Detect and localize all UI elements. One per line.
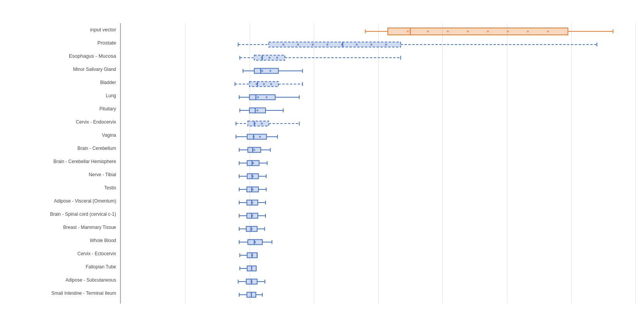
svg-point-119 — [251, 202, 253, 204]
svg-point-13 — [547, 31, 549, 33]
boxplot-row-12 — [121, 183, 635, 196]
y-label-8: Vagina — [0, 129, 120, 142]
svg-rect-18 — [269, 42, 401, 47]
boxplot-row-11 — [121, 170, 635, 182]
y-label-3: Minor Salivary Gland — [0, 63, 120, 76]
y-label-13: Adipose - Visceral (Omentum) — [0, 194, 120, 208]
y-label-17: Cervix - Ectocervix — [0, 247, 120, 260]
svg-point-91 — [253, 149, 255, 151]
svg-point-60 — [257, 96, 259, 98]
svg-point-51 — [256, 83, 258, 85]
svg-rect-58 — [250, 95, 276, 100]
svg-point-22 — [312, 44, 313, 46]
svg-point-8 — [447, 31, 449, 33]
svg-rect-41 — [254, 69, 278, 74]
svg-point-20 — [283, 44, 284, 46]
svg-point-84 — [259, 136, 261, 138]
y-label-4: Bladder — [0, 76, 120, 89]
svg-point-43 — [261, 70, 263, 72]
boxplot-row-7 — [121, 117, 635, 130]
svg-rect-81 — [247, 134, 267, 139]
boxplot-row-2 — [121, 52, 635, 64]
svg-point-24 — [341, 44, 343, 46]
y-label-5: Lung — [0, 89, 120, 102]
svg-point-52 — [263, 83, 265, 85]
y-axis-labels: input vectorProstateEsophagus - MucosaMi… — [0, 23, 120, 311]
boxplot-row-13 — [121, 196, 635, 209]
chart-body: input vectorProstateEsophagus - MucosaMi… — [0, 23, 636, 311]
boxplot-row-10 — [121, 157, 635, 169]
y-label-19: Adipose - Subcutaneous — [0, 273, 120, 287]
svg-point-21 — [297, 44, 299, 46]
svg-point-11 — [507, 31, 509, 33]
boxplot-row-19 — [121, 275, 635, 288]
boxplot-row-18 — [121, 262, 635, 275]
boxplot-row-1 — [121, 38, 635, 51]
y-label-0: input vector — [0, 23, 120, 36]
boxplot-row-15 — [121, 223, 635, 235]
svg-point-105 — [252, 175, 254, 177]
svg-point-160 — [251, 281, 253, 283]
svg-point-10 — [487, 31, 489, 33]
y-label-9: Brain - Cerebellum — [0, 142, 120, 155]
boxplot-row-14 — [121, 210, 635, 222]
y-label-14: Brain - Spinal cord (cervical c-1) — [0, 208, 120, 221]
y-label-16: Whole Blood — [0, 234, 120, 247]
boxplot-row-20 — [121, 289, 635, 301]
y-label-6: Pituitary — [0, 102, 120, 115]
svg-point-133 — [251, 228, 253, 230]
y-label-10: Brain - Cerebellar Hemisphere — [0, 155, 120, 168]
svg-point-27 — [385, 44, 387, 46]
svg-point-147 — [251, 254, 253, 256]
y-label-1: Prostate — [0, 36, 120, 50]
y-label-20: Small Intestine - Terminal Ileum — [0, 287, 120, 300]
boxplot-row-8 — [121, 131, 635, 143]
svg-point-7 — [427, 31, 429, 33]
svg-point-23 — [326, 44, 328, 46]
svg-point-6 — [407, 31, 409, 33]
svg-point-140 — [254, 241, 256, 243]
y-label-12: Testis — [0, 181, 120, 194]
y-label-7: Cervix - Endocervix — [0, 115, 120, 129]
svg-rect-73 — [248, 121, 269, 126]
boxplot-row-16 — [121, 236, 635, 248]
svg-point-53 — [270, 83, 272, 85]
svg-point-98 — [252, 162, 254, 164]
chart-container: input vectorProstateEsophagus - MucosaMi… — [0, 0, 644, 330]
boxplot-row-3 — [121, 65, 635, 77]
svg-point-9 — [467, 31, 469, 33]
svg-point-112 — [252, 189, 253, 191]
svg-point-83 — [253, 136, 255, 138]
svg-point-44 — [269, 70, 271, 72]
boxplot-row-6 — [121, 104, 635, 117]
svg-point-61 — [265, 96, 267, 98]
svg-point-26 — [370, 44, 372, 46]
y-label-15: Breast - Mammary Tissue — [0, 221, 120, 234]
y-label-18: Fallopian Tube — [0, 260, 120, 273]
boxplot-row-4 — [121, 78, 635, 90]
svg-rect-4 — [388, 28, 568, 35]
chart-title — [0, 8, 636, 12]
boxplot-row-5 — [121, 91, 635, 103]
svg-point-36 — [276, 57, 278, 59]
y-label-2: Esophagus - Mucosa — [0, 50, 120, 63]
svg-point-34 — [261, 57, 263, 59]
boxplot-row-9 — [121, 144, 635, 156]
svg-point-126 — [251, 215, 253, 217]
boxplot-row-0 — [121, 25, 635, 38]
svg-point-35 — [269, 57, 271, 59]
svg-point-75 — [254, 123, 256, 125]
y-label-11: Nerve - Tibial — [0, 168, 120, 181]
svg-point-68 — [257, 110, 259, 112]
grid-line — [635, 23, 636, 304]
svg-point-25 — [356, 44, 358, 46]
svg-point-76 — [261, 123, 263, 125]
plot-area — [120, 23, 636, 304]
svg-point-12 — [527, 31, 529, 33]
boxplot-row-17 — [121, 249, 635, 261]
